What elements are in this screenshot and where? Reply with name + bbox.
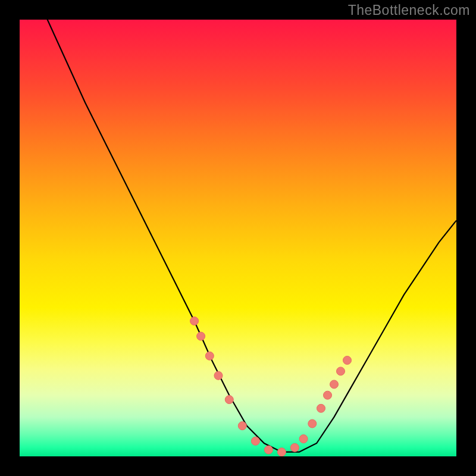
marker-dot — [324, 391, 332, 399]
marker-dot — [277, 448, 286, 456]
marker-dot — [290, 443, 299, 452]
marker-dot — [238, 422, 246, 430]
marker-dot — [308, 419, 317, 428]
outer-frame: TheBottleneck.com — [0, 0, 476, 476]
bottleneck-curve — [20, 20, 456, 452]
marker-dot — [337, 367, 345, 375]
marker-dot — [214, 371, 223, 380]
marker-dot — [264, 446, 273, 454]
marker-dot — [317, 404, 325, 412]
marker-dot — [190, 317, 199, 325]
plot-area — [20, 20, 456, 456]
marker-dot — [299, 435, 308, 443]
marker-dot — [197, 332, 205, 340]
chart-svg — [20, 20, 456, 456]
marker-dot — [251, 437, 259, 445]
marker-group — [190, 317, 352, 456]
marker-dot — [343, 356, 352, 365]
watermark-text: TheBottleneck.com — [348, 2, 470, 18]
marker-dot — [205, 352, 214, 360]
marker-dot — [330, 380, 339, 389]
marker-dot — [225, 396, 233, 404]
